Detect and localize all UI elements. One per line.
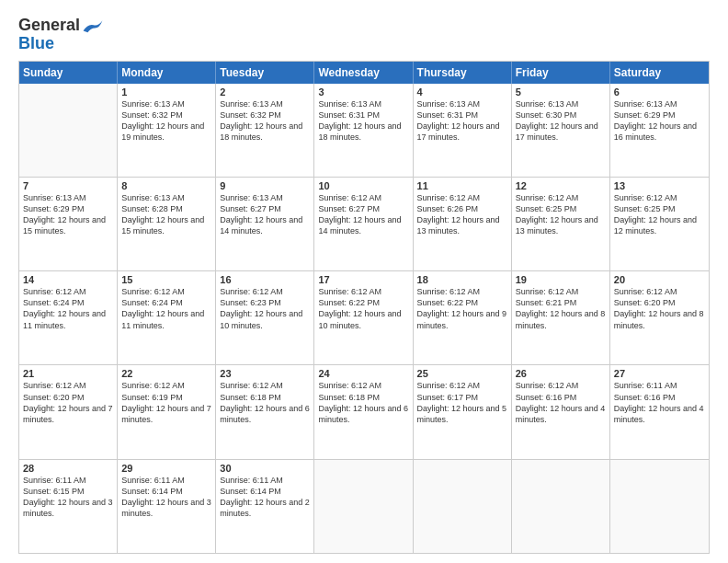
day-cell-14: 14Sunrise: 6:12 AMSunset: 6:24 PMDayligh… [19,271,118,364]
header-day-tuesday: Tuesday [216,62,314,84]
day-cell-2: 2Sunrise: 6:13 AMSunset: 6:32 PMDaylight… [216,84,314,177]
header-day-saturday: Saturday [610,62,709,84]
day-number: 2 [220,86,310,98]
day-cell-19: 19Sunrise: 6:12 AMSunset: 6:21 PMDayligh… [512,271,610,364]
calendar-row-3: 14Sunrise: 6:12 AMSunset: 6:24 PMDayligh… [19,271,709,365]
day-info: Sunrise: 6:11 AMSunset: 6:15 PMDaylight:… [23,475,113,520]
day-info: Sunrise: 6:12 AMSunset: 6:25 PMDaylight:… [614,192,705,237]
day-cell-12: 12Sunrise: 6:12 AMSunset: 6:25 PMDayligh… [512,178,610,270]
day-cell-23: 23Sunrise: 6:12 AMSunset: 6:18 PMDayligh… [216,365,314,458]
day-info: Sunrise: 6:12 AMSunset: 6:22 PMDaylight:… [417,286,507,331]
day-cell-7: 7Sunrise: 6:13 AMSunset: 6:29 PMDaylight… [19,178,118,270]
day-number: 27 [614,368,705,379]
header-day-friday: Friday [512,62,610,84]
calendar: SundayMondayTuesdayWednesdayThursdayFrid… [18,61,710,554]
day-info: Sunrise: 6:12 AMSunset: 6:24 PMDaylight:… [23,286,113,331]
day-cell-26: 26Sunrise: 6:12 AMSunset: 6:16 PMDayligh… [512,365,610,458]
day-info: Sunrise: 6:13 AMSunset: 6:27 PMDaylight:… [220,192,310,237]
day-number: 5 [516,86,606,98]
day-info: Sunrise: 6:12 AMSunset: 6:18 PMDaylight:… [318,380,408,425]
day-cell-30: 30Sunrise: 6:11 AMSunset: 6:14 PMDayligh… [216,460,314,553]
calendar-row-2: 7Sunrise: 6:13 AMSunset: 6:29 PMDaylight… [19,178,709,271]
day-number: 10 [318,180,408,191]
calendar-row-5: 28Sunrise: 6:11 AMSunset: 6:15 PMDayligh… [19,460,709,553]
empty-cell [19,84,118,177]
day-cell-22: 22Sunrise: 6:12 AMSunset: 6:19 PMDayligh… [118,365,216,458]
day-info: Sunrise: 6:12 AMSunset: 6:16 PMDaylight:… [516,380,606,425]
day-info: Sunrise: 6:13 AMSunset: 6:31 PMDaylight:… [318,98,408,144]
day-info: Sunrise: 6:13 AMSunset: 6:32 PMDaylight:… [121,98,211,144]
day-number: 25 [417,368,507,379]
day-number: 24 [318,368,408,379]
calendar-body: 1Sunrise: 6:13 AMSunset: 6:32 PMDaylight… [19,84,709,553]
day-number: 18 [417,274,507,285]
day-cell-25: 25Sunrise: 6:12 AMSunset: 6:17 PMDayligh… [414,365,512,458]
empty-cell [314,460,413,553]
day-number: 19 [516,274,606,285]
day-number: 15 [121,274,211,285]
day-number: 9 [220,180,310,191]
header-day-wednesday: Wednesday [314,62,413,84]
day-info: Sunrise: 6:12 AMSunset: 6:20 PMDaylight:… [23,380,113,425]
day-info: Sunrise: 6:12 AMSunset: 6:17 PMDaylight:… [417,380,507,425]
day-number: 13 [614,180,705,191]
day-cell-4: 4Sunrise: 6:13 AMSunset: 6:31 PMDaylight… [414,84,512,177]
day-cell-29: 29Sunrise: 6:11 AMSunset: 6:14 PMDayligh… [118,460,216,553]
day-info: Sunrise: 6:12 AMSunset: 6:20 PMDaylight:… [614,286,705,331]
day-cell-3: 3Sunrise: 6:13 AMSunset: 6:31 PMDaylight… [314,84,413,177]
logo: General Blue [18,17,104,53]
day-cell-8: 8Sunrise: 6:13 AMSunset: 6:28 PMDaylight… [118,178,216,270]
day-info: Sunrise: 6:12 AMSunset: 6:18 PMDaylight:… [220,380,310,425]
day-number: 7 [23,180,113,191]
day-number: 26 [516,368,606,379]
day-number: 22 [121,368,211,379]
day-cell-17: 17Sunrise: 6:12 AMSunset: 6:22 PMDayligh… [314,271,413,364]
day-info: Sunrise: 6:11 AMSunset: 6:14 PMDaylight:… [121,475,211,520]
day-number: 29 [121,463,211,474]
day-cell-9: 9Sunrise: 6:13 AMSunset: 6:27 PMDaylight… [216,178,314,270]
day-number: 20 [614,274,705,285]
day-number: 12 [516,180,606,191]
calendar-row-4: 21Sunrise: 6:12 AMSunset: 6:20 PMDayligh… [19,365,709,459]
day-number: 30 [220,463,310,474]
day-info: Sunrise: 6:13 AMSunset: 6:31 PMDaylight:… [417,98,507,144]
calendar-header: SundayMondayTuesdayWednesdayThursdayFrid… [19,62,709,84]
day-number: 16 [220,274,310,285]
day-info: Sunrise: 6:12 AMSunset: 6:27 PMDaylight:… [318,192,408,237]
day-cell-6: 6Sunrise: 6:13 AMSunset: 6:29 PMDaylight… [610,84,709,177]
day-number: 4 [417,86,507,98]
day-number: 8 [121,180,211,191]
day-number: 17 [318,274,408,285]
day-number: 6 [614,86,705,98]
day-cell-15: 15Sunrise: 6:12 AMSunset: 6:24 PMDayligh… [118,271,216,364]
day-info: Sunrise: 6:12 AMSunset: 6:21 PMDaylight:… [516,286,606,331]
day-cell-28: 28Sunrise: 6:11 AMSunset: 6:15 PMDayligh… [19,460,118,553]
header-day-monday: Monday [118,62,216,84]
day-number: 28 [23,463,113,474]
day-cell-24: 24Sunrise: 6:12 AMSunset: 6:18 PMDayligh… [314,365,413,458]
day-info: Sunrise: 6:13 AMSunset: 6:30 PMDaylight:… [516,98,606,144]
day-info: Sunrise: 6:13 AMSunset: 6:29 PMDaylight:… [614,98,705,144]
day-cell-21: 21Sunrise: 6:12 AMSunset: 6:20 PMDayligh… [19,365,118,458]
day-info: Sunrise: 6:13 AMSunset: 6:29 PMDaylight:… [23,192,113,237]
day-number: 23 [220,368,310,379]
day-info: Sunrise: 6:12 AMSunset: 6:24 PMDaylight:… [121,286,211,331]
day-info: Sunrise: 6:13 AMSunset: 6:28 PMDaylight:… [121,192,211,237]
day-number: 14 [23,274,113,285]
header-day-thursday: Thursday [414,62,512,84]
day-cell-1: 1Sunrise: 6:13 AMSunset: 6:32 PMDaylight… [118,84,216,177]
day-info: Sunrise: 6:11 AMSunset: 6:16 PMDaylight:… [614,380,705,425]
day-number: 11 [417,180,507,191]
empty-cell [414,460,512,553]
day-cell-11: 11Sunrise: 6:12 AMSunset: 6:26 PMDayligh… [414,178,512,270]
day-cell-27: 27Sunrise: 6:11 AMSunset: 6:16 PMDayligh… [610,365,709,458]
day-info: Sunrise: 6:13 AMSunset: 6:32 PMDaylight:… [220,98,310,144]
logo-bird-icon [82,17,104,34]
header: General Blue [18,17,710,53]
header-day-sunday: Sunday [19,62,118,84]
day-info: Sunrise: 6:12 AMSunset: 6:26 PMDaylight:… [417,192,507,237]
page: General Blue SundayMondayTuesdayWednesda… [0,0,728,563]
day-info: Sunrise: 6:12 AMSunset: 6:23 PMDaylight:… [220,286,310,331]
day-cell-5: 5Sunrise: 6:13 AMSunset: 6:30 PMDaylight… [512,84,610,177]
day-cell-16: 16Sunrise: 6:12 AMSunset: 6:23 PMDayligh… [216,271,314,364]
